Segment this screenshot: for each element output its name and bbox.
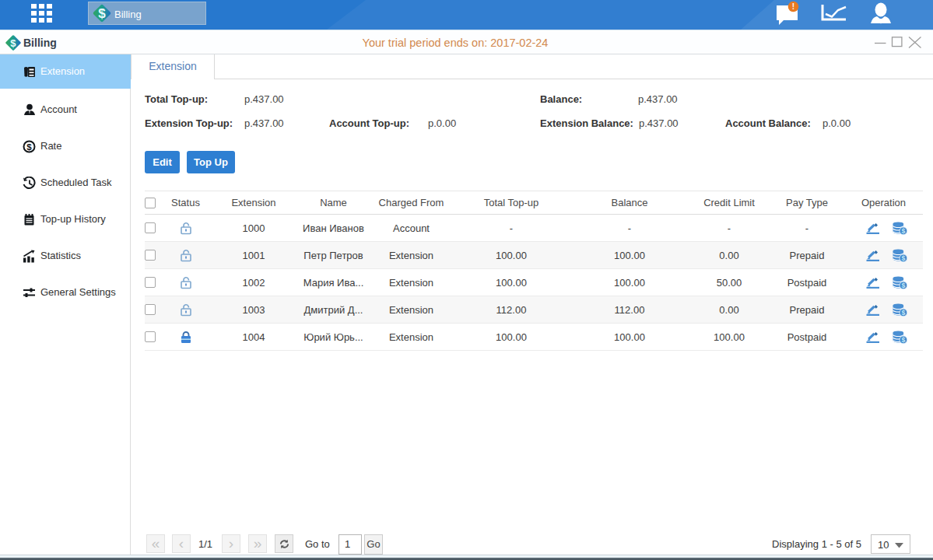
svg-text:$: $ — [901, 254, 905, 262]
svg-text:$: $ — [901, 309, 905, 317]
svg-text:$: $ — [26, 142, 32, 152]
svg-text:$: $ — [901, 336, 905, 344]
svg-text:$: $ — [901, 227, 905, 235]
svg-text:!: ! — [792, 2, 794, 11]
svg-text:$: $ — [901, 282, 905, 289]
